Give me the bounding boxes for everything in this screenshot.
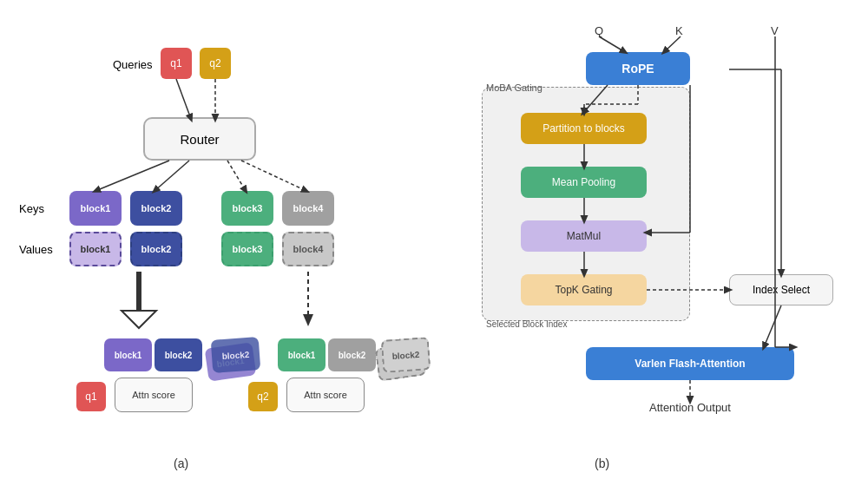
svg-line-9 bbox=[599, 36, 625, 52]
bottom-right-block1: block1 bbox=[278, 338, 326, 371]
rope-label: RoPE bbox=[621, 62, 654, 76]
attn-score-right-label: Attn score bbox=[304, 390, 347, 400]
bottom-left-block1: block1 bbox=[104, 338, 152, 371]
partition-label: Partition to blocks bbox=[542, 122, 625, 135]
svg-line-25 bbox=[764, 305, 781, 347]
val-block3: block3 bbox=[221, 232, 273, 266]
selected-block-label: Selected Block Index bbox=[486, 319, 567, 329]
q-label: Q bbox=[595, 24, 603, 37]
svg-line-2 bbox=[95, 161, 169, 191]
bottom-left-stacked2: block2 bbox=[211, 337, 261, 373]
key-block1: block1 bbox=[69, 191, 122, 226]
matmul-box: MatMul bbox=[521, 220, 647, 252]
panel-a: Queries q1 q2 Router Keys Values block1 … bbox=[0, 0, 434, 486]
bottom-right-block2: block2 bbox=[328, 338, 376, 371]
q1-block: q1 bbox=[161, 48, 192, 79]
attn-score-left-label: Attn score bbox=[132, 390, 175, 400]
q2-block: q2 bbox=[200, 48, 231, 79]
val-block4: block4 bbox=[282, 232, 334, 266]
index-select-label: Index Select bbox=[753, 284, 810, 296]
queries-label: Queries bbox=[113, 58, 153, 71]
key-block3: block3 bbox=[221, 191, 273, 226]
svg-line-3 bbox=[155, 161, 189, 191]
v-label: V bbox=[771, 24, 779, 37]
val-block2: block2 bbox=[130, 232, 182, 266]
attn-score-left: Attn score bbox=[115, 378, 193, 412]
svg-marker-7 bbox=[122, 311, 156, 328]
topk-label: TopK Gating bbox=[555, 284, 612, 296]
router-box: Router bbox=[143, 117, 256, 161]
meanpool-box: Mean Pooling bbox=[521, 167, 647, 198]
matmul-label: MatMul bbox=[567, 230, 601, 242]
partition-box: Partition to blocks bbox=[521, 113, 647, 144]
svg-line-10 bbox=[664, 36, 681, 52]
val-block1: block1 bbox=[69, 232, 122, 266]
k-label: K bbox=[675, 24, 683, 37]
key-block4: block4 bbox=[282, 191, 334, 226]
moba-gating-label: MoBA Gating bbox=[486, 82, 542, 93]
meanpool-label: Mean Pooling bbox=[552, 176, 615, 188]
varlen-box: Varlen Flash-Attention bbox=[586, 347, 794, 380]
q1-label: q1 bbox=[170, 57, 181, 69]
router-label: Router bbox=[180, 132, 219, 147]
panel-b-label: (b) bbox=[595, 456, 609, 470]
bottom-right-stacked2: block2 bbox=[381, 337, 431, 373]
keys-label: Keys bbox=[19, 202, 44, 215]
topk-box: TopK Gating bbox=[521, 274, 647, 305]
attn-output-label: Attention Output bbox=[649, 401, 731, 414]
svg-line-4 bbox=[227, 161, 246, 191]
q2-label: q2 bbox=[209, 57, 220, 69]
svg-line-5 bbox=[241, 161, 306, 191]
attn-score-right: Attn score bbox=[286, 378, 365, 412]
q2-bottom: q2 bbox=[248, 382, 278, 411]
key-block2: block2 bbox=[130, 191, 182, 226]
index-select-box: Index Select bbox=[729, 274, 833, 305]
rope-box: RoPE bbox=[586, 52, 690, 85]
panel-a-label: (a) bbox=[174, 456, 188, 470]
values-label: Values bbox=[19, 243, 53, 256]
panel-b: Q K V RoPE MoBA Gating Partition to bloc… bbox=[434, 0, 868, 486]
varlen-label: Varlen Flash-Attention bbox=[635, 358, 745, 370]
bottom-left-block2: block2 bbox=[155, 338, 202, 371]
svg-line-0 bbox=[176, 79, 191, 119]
q1-bottom: q1 bbox=[76, 382, 106, 411]
